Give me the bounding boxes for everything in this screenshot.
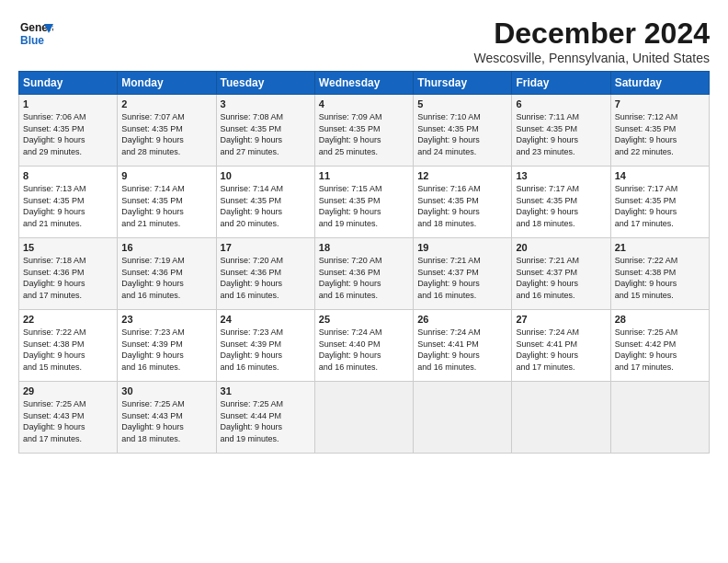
page-container: General Blue December 2024 Wescosville, … — [0, 0, 728, 463]
day-info: Sunrise: 7:25 AM Sunset: 4:43 PM Dayligh… — [23, 398, 113, 444]
calendar-table: Sunday Monday Tuesday Wednesday Thursday… — [18, 71, 710, 454]
day-number: 8 — [23, 170, 113, 181]
day-info: Sunrise: 7:20 AM Sunset: 4:36 PM Dayligh… — [319, 255, 409, 301]
col-monday: Monday — [118, 72, 216, 95]
day-info: Sunrise: 7:24 AM Sunset: 4:40 PM Dayligh… — [319, 327, 409, 373]
day-number: 2 — [121, 98, 211, 109]
col-saturday: Saturday — [610, 72, 709, 95]
table-cell: 19Sunrise: 7:21 AM Sunset: 4:37 PM Dayli… — [414, 238, 512, 310]
table-row: 22Sunrise: 7:22 AM Sunset: 4:38 PM Dayli… — [19, 310, 710, 382]
table-cell: 5Sunrise: 7:10 AM Sunset: 4:35 PM Daylig… — [414, 95, 512, 167]
location: Wescosville, Pennsylvania, United States — [473, 51, 710, 65]
title-block: December 2024 Wescosville, Pennsylvania,… — [473, 17, 710, 65]
day-number: 1 — [23, 98, 113, 109]
day-number: 5 — [417, 98, 507, 109]
table-cell: 30Sunrise: 7:25 AM Sunset: 4:43 PM Dayli… — [118, 382, 216, 454]
table-cell: 16Sunrise: 7:19 AM Sunset: 4:36 PM Dayli… — [118, 238, 216, 310]
day-info: Sunrise: 7:08 AM Sunset: 4:35 PM Dayligh… — [221, 111, 311, 157]
day-number: 6 — [516, 98, 606, 109]
day-number: 14 — [615, 170, 705, 181]
table-cell: 8Sunrise: 7:13 AM Sunset: 4:35 PM Daylig… — [19, 167, 118, 238]
table-cell: 21Sunrise: 7:22 AM Sunset: 4:38 PM Dayli… — [610, 238, 709, 310]
day-number: 27 — [516, 314, 606, 325]
table-cell: 1Sunrise: 7:06 AM Sunset: 4:35 PM Daylig… — [19, 95, 118, 167]
table-cell: 31Sunrise: 7:25 AM Sunset: 4:44 PM Dayli… — [216, 382, 314, 454]
col-wednesday: Wednesday — [314, 72, 413, 95]
day-info: Sunrise: 7:22 AM Sunset: 4:38 PM Dayligh… — [23, 327, 113, 373]
day-number: 22 — [23, 314, 113, 325]
day-info: Sunrise: 7:18 AM Sunset: 4:36 PM Dayligh… — [23, 255, 113, 301]
table-cell: 28Sunrise: 7:25 AM Sunset: 4:42 PM Dayli… — [610, 310, 709, 382]
day-number: 4 — [319, 98, 409, 109]
table-row: 15Sunrise: 7:18 AM Sunset: 4:36 PM Dayli… — [19, 238, 710, 310]
table-cell: 12Sunrise: 7:16 AM Sunset: 4:35 PM Dayli… — [414, 167, 512, 238]
day-info: Sunrise: 7:19 AM Sunset: 4:36 PM Dayligh… — [121, 255, 211, 301]
day-info: Sunrise: 7:10 AM Sunset: 4:35 PM Dayligh… — [417, 111, 507, 157]
day-number: 7 — [615, 98, 705, 109]
day-number: 21 — [615, 242, 705, 253]
day-info: Sunrise: 7:13 AM Sunset: 4:35 PM Dayligh… — [23, 183, 113, 229]
day-number: 10 — [221, 170, 311, 181]
day-info: Sunrise: 7:17 AM Sunset: 4:35 PM Dayligh… — [516, 183, 606, 229]
table-cell: 9Sunrise: 7:14 AM Sunset: 4:35 PM Daylig… — [118, 167, 216, 238]
table-cell: 29Sunrise: 7:25 AM Sunset: 4:43 PM Dayli… — [19, 382, 118, 454]
header: General Blue December 2024 Wescosville, … — [18, 17, 710, 65]
table-cell — [610, 382, 709, 454]
day-info: Sunrise: 7:23 AM Sunset: 4:39 PM Dayligh… — [221, 327, 311, 373]
table-cell: 14Sunrise: 7:17 AM Sunset: 4:35 PM Dayli… — [610, 167, 709, 238]
day-number: 9 — [121, 170, 211, 181]
day-info: Sunrise: 7:21 AM Sunset: 4:37 PM Dayligh… — [516, 255, 606, 301]
table-row: 29Sunrise: 7:25 AM Sunset: 4:43 PM Dayli… — [19, 382, 710, 454]
col-thursday: Thursday — [414, 72, 512, 95]
day-info: Sunrise: 7:16 AM Sunset: 4:35 PM Dayligh… — [417, 183, 507, 229]
day-number: 12 — [417, 170, 507, 181]
day-number: 31 — [221, 385, 311, 396]
day-number: 3 — [221, 98, 311, 109]
day-number: 15 — [23, 242, 113, 253]
day-info: Sunrise: 7:07 AM Sunset: 4:35 PM Dayligh… — [121, 111, 211, 157]
logo: General Blue — [18, 17, 53, 52]
month-title: December 2024 — [473, 17, 710, 51]
logo-icon: General Blue — [18, 17, 53, 52]
table-cell — [414, 382, 512, 454]
day-number: 23 — [121, 314, 211, 325]
table-cell: 10Sunrise: 7:14 AM Sunset: 4:35 PM Dayli… — [216, 167, 314, 238]
table-cell: 2Sunrise: 7:07 AM Sunset: 4:35 PM Daylig… — [118, 95, 216, 167]
col-sunday: Sunday — [19, 72, 118, 95]
day-number: 19 — [417, 242, 507, 253]
table-cell — [512, 382, 610, 454]
col-tuesday: Tuesday — [216, 72, 314, 95]
table-cell: 26Sunrise: 7:24 AM Sunset: 4:41 PM Dayli… — [414, 310, 512, 382]
day-info: Sunrise: 7:25 AM Sunset: 4:43 PM Dayligh… — [121, 398, 211, 444]
day-info: Sunrise: 7:11 AM Sunset: 4:35 PM Dayligh… — [516, 111, 606, 157]
day-info: Sunrise: 7:17 AM Sunset: 4:35 PM Dayligh… — [615, 183, 705, 229]
day-info: Sunrise: 7:25 AM Sunset: 4:42 PM Dayligh… — [615, 327, 705, 373]
header-row: Sunday Monday Tuesday Wednesday Thursday… — [19, 72, 710, 95]
table-cell: 27Sunrise: 7:24 AM Sunset: 4:41 PM Dayli… — [512, 310, 610, 382]
day-number: 13 — [516, 170, 606, 181]
day-info: Sunrise: 7:21 AM Sunset: 4:37 PM Dayligh… — [417, 255, 507, 301]
day-number: 16 — [121, 242, 211, 253]
table-cell: 15Sunrise: 7:18 AM Sunset: 4:36 PM Dayli… — [19, 238, 118, 310]
day-number: 24 — [221, 314, 311, 325]
day-number: 30 — [121, 385, 211, 396]
day-info: Sunrise: 7:23 AM Sunset: 4:39 PM Dayligh… — [121, 327, 211, 373]
table-cell: 18Sunrise: 7:20 AM Sunset: 4:36 PM Dayli… — [314, 238, 413, 310]
col-friday: Friday — [512, 72, 610, 95]
day-info: Sunrise: 7:14 AM Sunset: 4:35 PM Dayligh… — [221, 183, 311, 229]
day-number: 20 — [516, 242, 606, 253]
day-number: 28 — [615, 314, 705, 325]
day-info: Sunrise: 7:22 AM Sunset: 4:38 PM Dayligh… — [615, 255, 705, 301]
table-cell: 22Sunrise: 7:22 AM Sunset: 4:38 PM Dayli… — [19, 310, 118, 382]
table-cell: 11Sunrise: 7:15 AM Sunset: 4:35 PM Dayli… — [314, 167, 413, 238]
day-info: Sunrise: 7:09 AM Sunset: 4:35 PM Dayligh… — [319, 111, 409, 157]
table-cell — [314, 382, 413, 454]
day-info: Sunrise: 7:12 AM Sunset: 4:35 PM Dayligh… — [615, 111, 705, 157]
day-info: Sunrise: 7:14 AM Sunset: 4:35 PM Dayligh… — [121, 183, 211, 229]
table-cell: 20Sunrise: 7:21 AM Sunset: 4:37 PM Dayli… — [512, 238, 610, 310]
table-cell: 23Sunrise: 7:23 AM Sunset: 4:39 PM Dayli… — [118, 310, 216, 382]
svg-text:Blue: Blue — [20, 34, 44, 47]
day-info: Sunrise: 7:15 AM Sunset: 4:35 PM Dayligh… — [319, 183, 409, 229]
table-cell: 25Sunrise: 7:24 AM Sunset: 4:40 PM Dayli… — [314, 310, 413, 382]
day-number: 17 — [221, 242, 311, 253]
